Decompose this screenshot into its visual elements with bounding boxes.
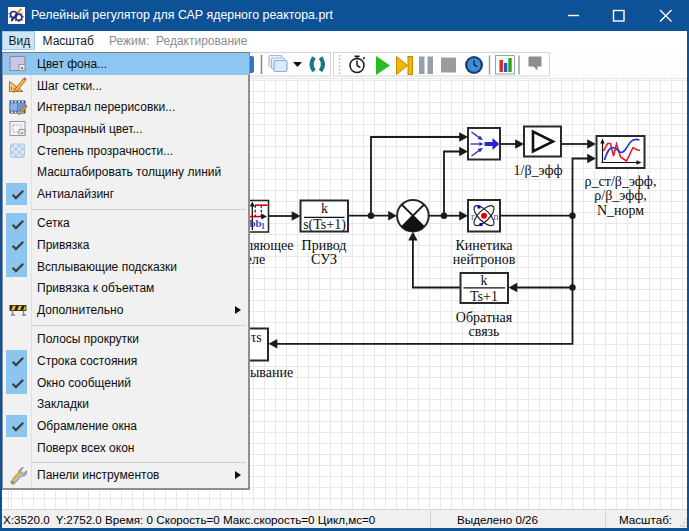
svg-text:нейтронов: нейтронов: [453, 252, 516, 267]
svg-text:Привод: Привод: [302, 238, 347, 253]
svg-text:-τs: -τs: [246, 330, 262, 345]
svg-text:Обратная: Обратная: [456, 310, 513, 325]
svg-text:e: e: [238, 333, 244, 348]
svg-text:s(Ts+1): s(Ts+1): [303, 217, 346, 233]
svg-text:Кинетика: Кинетика: [456, 238, 514, 253]
svg-text:СУЗ: СУЗ: [311, 252, 337, 267]
svg-text:ρ_ст/β_эфф,: ρ_ст/β_эфф,: [585, 174, 657, 189]
svg-text:n: n: [494, 211, 499, 222]
svg-text:Управляющее: Управляющее: [211, 238, 294, 253]
svg-text:1: 1: [261, 222, 265, 231]
svg-text:Ts+1: Ts+1: [470, 289, 498, 304]
svg-text:Запаздывание: Запаздывание: [211, 365, 293, 380]
svg-text:k: k: [481, 273, 488, 288]
svg-text:1/β_эфф: 1/β_эфф: [514, 163, 563, 178]
svg-text:k: k: [321, 201, 328, 216]
svg-text:N_норм: N_норм: [597, 203, 644, 218]
svg-text:bb: bb: [250, 217, 262, 229]
svg-text:реле: реле: [239, 252, 265, 267]
svg-text:связь: связь: [469, 324, 500, 339]
svg-text:ρ/β_эфф,: ρ/β_эфф,: [594, 188, 647, 203]
